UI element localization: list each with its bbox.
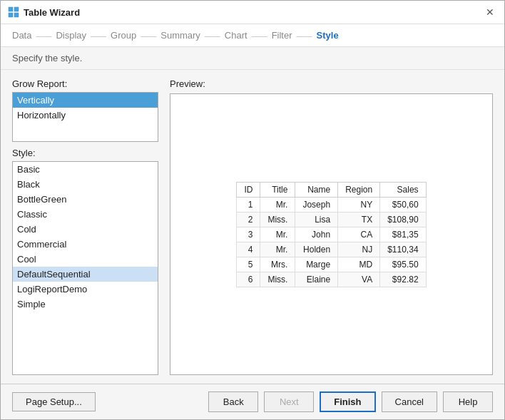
footer-left: Page Setup... [12,392,96,411]
cell-name: Elaine [295,272,338,287]
cell-id: 3 [237,227,260,242]
step-display[interactable]: Display [56,30,86,41]
style-list[interactable]: Basic Black BottleGreen Classic Cold Com… [12,161,158,375]
cell-title: Mr. [260,242,295,257]
style-section: Style: Basic Black BottleGreen Classic C… [12,148,158,375]
style-classic[interactable]: Classic [13,207,158,222]
step-style[interactable]: Style [317,30,339,41]
cell-id: 6 [237,272,260,287]
style-defaultsequential[interactable]: DefaultSequential [13,267,158,282]
col-header-id: ID [237,182,260,197]
main-content: Grow Report: Vertically Horizontally Sty… [1,70,504,384]
grow-report-list[interactable]: Vertically Horizontally [12,92,158,142]
cell-name: John [295,227,338,242]
grow-report-label: Grow Report: [12,78,158,89]
style-logireportdemo[interactable]: LogiReportDemo [13,282,158,297]
footer: Page Setup... Back Next Finish Cancel He… [1,384,504,419]
cell-name: Marge [295,257,338,272]
cancel-button[interactable]: Cancel [382,391,437,412]
right-panel: Preview: ID Title Name Region Sales [170,78,493,375]
svg-rect-3 [14,13,19,17]
cell-id: 4 [237,242,260,257]
cell-id: 1 [237,197,260,212]
table-row: 1Mr.JosephNY$50,60 [237,197,426,212]
cell-id: 2 [237,212,260,227]
cell-region: VA [338,272,380,287]
cell-id: 5 [237,257,260,272]
back-button[interactable]: Back [208,391,258,412]
cell-region: MD [338,257,380,272]
style-black[interactable]: Black [13,177,158,192]
step-sep-2: —— [91,31,106,40]
step-sep-6: —— [297,31,312,40]
close-button[interactable]: ✕ [483,5,497,19]
cell-region: CA [338,227,380,242]
cell-title: Miss. [260,272,295,287]
table-wizard-dialog: Table Wizard ✕ Data —— Display —— Group … [0,0,505,420]
table-row: 2Miss.LisaTX$108,90 [237,212,426,227]
cell-title: Mr. [260,197,295,212]
step-sep-1: —— [36,31,51,40]
style-label: Style: [12,148,158,158]
finish-button[interactable]: Finish [320,391,375,412]
dialog-title: Table Wizard [24,7,80,18]
style-cool[interactable]: Cool [13,252,158,267]
table-row: 4Mr.HoldenNJ$110,34 [237,242,426,257]
svg-rect-1 [14,7,19,11]
cell-region: TX [338,212,380,227]
preview-table-wrapper: ID Title Name Region Sales 1Mr.JosephNY$… [229,175,433,294]
col-header-sales: Sales [380,182,426,197]
cell-sales: $110,34 [380,242,426,257]
title-bar: Table Wizard ✕ [1,1,504,24]
style-cold[interactable]: Cold [13,222,158,237]
page-setup-button[interactable]: Page Setup... [12,392,96,411]
step-filter[interactable]: Filter [272,30,292,41]
cell-name: Lisa [295,212,338,227]
style-simple[interactable]: Simple [13,297,158,312]
cell-region: NJ [338,242,380,257]
style-commercial[interactable]: Commercial [13,237,158,252]
col-header-title: Title [260,182,295,197]
step-group[interactable]: Group [111,30,136,41]
preview-label: Preview: [170,78,493,89]
style-bottlegreen[interactable]: BottleGreen [13,192,158,207]
title-bar-left: Table Wizard [8,6,80,18]
cell-sales: $95.50 [380,257,426,272]
cell-title: Mrs. [260,257,295,272]
preview-area: ID Title Name Region Sales 1Mr.JosephNY$… [170,93,493,375]
preview-table: ID Title Name Region Sales 1Mr.JosephNY$… [236,182,426,287]
wizard-steps: Data —— Display —— Group —— Summary —— C… [1,24,504,47]
grow-horizontally-item[interactable]: Horizontally [13,108,158,123]
svg-rect-2 [9,13,13,17]
col-header-region: Region [338,182,380,197]
step-sep-5: —— [252,31,267,40]
footer-right: Back Next Finish Cancel Help [208,391,493,412]
svg-rect-0 [9,7,13,11]
table-wizard-icon [8,6,19,18]
grow-vertically-item[interactable]: Vertically [13,93,158,108]
help-button[interactable]: Help [443,391,493,412]
step-sep-4: —— [205,31,220,40]
step-summary[interactable]: Summary [160,30,200,41]
cell-sales: $50,60 [380,197,426,212]
cell-title: Miss. [260,212,295,227]
table-row: 3Mr.JohnCA$81,35 [237,227,426,242]
next-button[interactable]: Next [264,391,314,412]
cell-sales: $108,90 [380,212,426,227]
table-row: 5Mrs.MargeMD$95.50 [237,257,426,272]
cell-sales: $92.82 [380,272,426,287]
cell-sales: $81,35 [380,227,426,242]
grow-report-section: Grow Report: Vertically Horizontally [12,78,158,142]
cell-name: Holden [295,242,338,257]
cell-region: NY [338,197,380,212]
step-chart[interactable]: Chart [225,30,248,41]
left-panel: Grow Report: Vertically Horizontally Sty… [12,78,158,375]
col-header-name: Name [295,182,338,197]
style-basic[interactable]: Basic [13,162,158,177]
step-data[interactable]: Data [12,30,31,41]
step-sep-3: —— [141,31,156,40]
cell-title: Mr. [260,227,295,242]
table-row: 6Miss.ElaineVA$92.82 [237,272,426,287]
cell-name: Joseph [295,197,338,212]
step-description: Specify the style. [1,47,504,70]
